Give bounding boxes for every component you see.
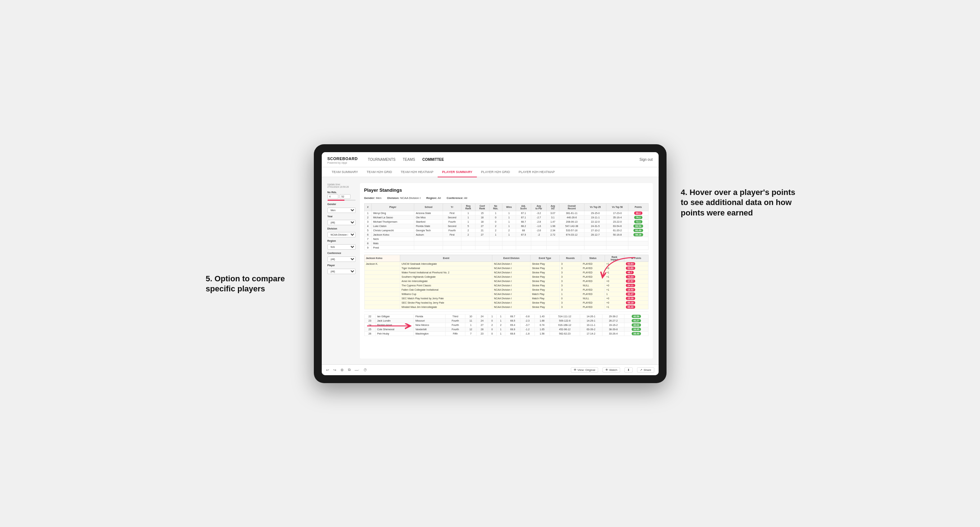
list-item: PLAYED: [581, 305, 605, 309]
eye-icon: 👁: [574, 368, 577, 371]
list-item: NCAA Division I: [492, 266, 530, 270]
table-row: 1: [489, 211, 502, 215]
undo-icon[interactable]: ↩: [326, 368, 329, 372]
table-row: Fourth: [445, 323, 465, 327]
tab-player-summary[interactable]: PLAYER SUMMARY: [438, 167, 477, 177]
dash-icon[interactable]: —·: [355, 368, 360, 372]
no-rds-to-input[interactable]: [340, 194, 350, 199]
table-row: Prest: [371, 245, 414, 250]
table-row: [461, 237, 476, 241]
sign-out-button[interactable]: Sign out: [640, 157, 653, 162]
panel-title: Player Standings: [364, 187, 649, 193]
list-item: Southern Highlands Collegiate: [400, 275, 492, 279]
table-row[interactable]: [628, 241, 648, 245]
year-select[interactable]: (All): [328, 220, 356, 225]
list-item[interactable]: 66.40: [624, 305, 648, 309]
panel-division: Division: NCAA Division I: [387, 197, 420, 200]
col-wins: Wins: [502, 203, 516, 211]
table-row: 29-38-2: [602, 314, 624, 318]
table-row[interactable]: 68.54: [628, 224, 648, 228]
share-icon: ↗: [640, 368, 643, 371]
table-row[interactable]: 76.2: [628, 215, 648, 219]
table-row[interactable]: [628, 237, 648, 241]
table-row: 514-111-12: [550, 314, 580, 318]
view-original-button[interactable]: 👁 View: Original: [571, 367, 598, 373]
table-row[interactable]: 40.27: [624, 318, 648, 323]
table-row: 547-142-38: [559, 224, 584, 228]
tab-player-h2h-grid[interactable]: PLAYER H2H GRID: [477, 167, 514, 177]
table-row: [546, 245, 559, 250]
table-row: 24: [477, 318, 488, 323]
redo-icon[interactable]: ↪: [333, 368, 336, 372]
table-row[interactable]: 88.2: [628, 211, 648, 215]
table-row: 616-168-12: [550, 323, 580, 327]
table-row: 15: [475, 211, 489, 215]
clock-icon[interactable]: ⏱: [363, 368, 367, 372]
watch-button[interactable]: 👁 Watch: [603, 367, 620, 373]
table-row: Christo Lamprecht: [371, 228, 414, 232]
tab-team-summary[interactable]: TEAM SUMMARY: [328, 167, 363, 177]
col-player: Player: [371, 203, 414, 211]
table-row[interactable]: 40.02: [624, 323, 648, 327]
list-item: 3: [560, 266, 581, 270]
table-row: 38-39-8: [602, 327, 624, 331]
list-item: 3: [560, 305, 581, 309]
list-item: Stroke Play: [530, 262, 560, 266]
table-row: 68.2: [516, 224, 531, 228]
table-row: [559, 241, 584, 245]
table-row: 28-12-7: [584, 232, 606, 237]
table-row: [443, 241, 461, 245]
table-row: 24-31-5: [584, 224, 606, 228]
list-item: NCAA Division I: [492, 287, 530, 292]
download-button[interactable]: ⬇: [624, 367, 633, 373]
nav-teams[interactable]: TEAMS: [403, 157, 415, 162]
no-rds-slider[interactable]: [328, 200, 356, 201]
player-select[interactable]: (All): [328, 269, 356, 274]
table-row: 1: [496, 331, 505, 336]
nav-tournaments[interactable]: TOURNAMENTS: [368, 157, 396, 162]
table-row: 1: [465, 323, 476, 327]
event-col-event: Event: [400, 255, 492, 262]
list-item: NCAA Division I: [492, 275, 530, 279]
table-row: 0: [488, 318, 496, 323]
table-row[interactable]: 72.1: [628, 219, 648, 224]
col-record: OverallRecord: [559, 203, 584, 211]
tab-team-h2h-heatmap[interactable]: TEAM H2H HEATMAP: [396, 167, 438, 177]
list-item[interactable]: 24.11: [624, 283, 648, 287]
table-row: 29-15-0: [584, 211, 606, 215]
table-row: Michael Thorbjornsen: [371, 219, 414, 224]
col-rank: #: [364, 203, 371, 211]
region-select[interactable]: N/A: [328, 244, 356, 250]
table-row[interactable]: 38.49: [624, 331, 648, 336]
list-item: Mirabel Maui Jim Intercollegiate: [400, 305, 492, 309]
bottom-toolbar: ↩ ↪ ⚙ ⧉ —· ⏱ 👁 View: Original 👁 Watch ⬇ …: [322, 364, 659, 375]
conference-select[interactable]: (All): [328, 257, 356, 262]
table-row: 69.4: [505, 323, 520, 327]
panel-conference: Conference: All: [447, 197, 467, 200]
list-item[interactable]: 25.38: [624, 296, 648, 300]
table-row[interactable]: 40.58: [624, 314, 648, 318]
table-row: 2.72: [546, 232, 559, 237]
no-rds-from-input[interactable]: [328, 194, 338, 199]
division-select[interactable]: NCAA Division I: [328, 232, 356, 237]
list-item[interactable]: 56.18: [624, 300, 648, 305]
table-row: 3.1: [546, 215, 559, 219]
list-item: 0: [560, 296, 581, 300]
gender-select[interactable]: Men: [328, 208, 356, 213]
table-row[interactable]: 60.49: [628, 228, 648, 232]
table-row: 7: [465, 331, 476, 336]
division-label: Division: [328, 227, 356, 230]
list-item: Stroke Play: [530, 305, 560, 309]
list-item[interactable]: 30.47: [624, 292, 648, 296]
tab-team-h2h-grid[interactable]: TEAM H2H GRID: [363, 167, 397, 177]
table-row[interactable]: 38.95: [624, 327, 648, 331]
tab-player-h2h-heatmap[interactable]: PLAYER H2H HEATMAP: [514, 167, 559, 177]
table-row[interactable]: 58.18: [628, 232, 648, 237]
table-row: 1: [502, 215, 516, 219]
copy-icon[interactable]: ⧉: [348, 368, 350, 372]
table-row[interactable]: [628, 245, 648, 250]
list-item[interactable]: 16.50: [624, 287, 648, 292]
nav-committee[interactable]: COMMITTEE: [422, 157, 444, 162]
settings-icon[interactable]: ⚙: [340, 368, 344, 372]
share-button[interactable]: ↗ Share: [637, 367, 654, 373]
